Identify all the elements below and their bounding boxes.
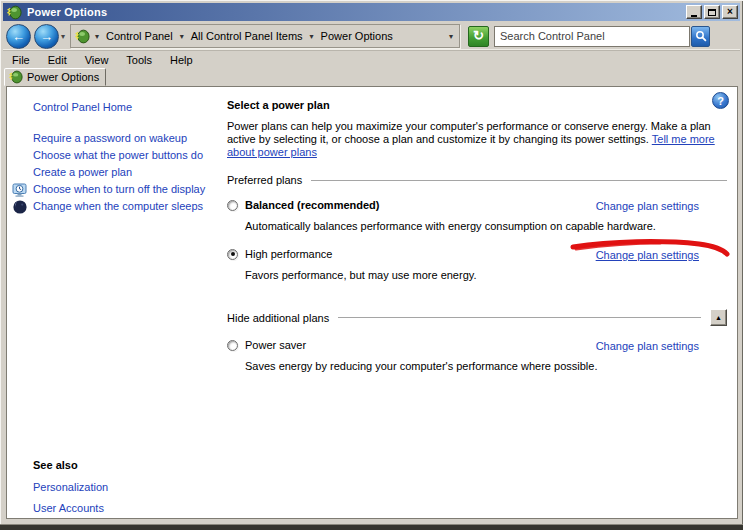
plan-balanced: Balanced (recommended) Change plan setti… (227, 199, 727, 233)
recent-pages-dropdown-icon[interactable]: ▾ (61, 32, 65, 41)
hide-additional-plans-label: Hide additional plans (227, 312, 329, 324)
plan-description: Favors performance, but may use more ene… (227, 269, 727, 282)
preferred-plans-label: Preferred plans (227, 174, 302, 186)
change-plan-settings-high-performance[interactable]: Change plan settings (596, 249, 699, 261)
chevron-down-icon[interactable]: ▾ (308, 32, 316, 41)
sidebar-item-power-buttons[interactable]: Choose what the power buttons do (33, 149, 207, 161)
tab-label: Power Options (27, 71, 99, 83)
breadcrumb-item-all-items[interactable]: All Control Panel Items (189, 29, 305, 43)
up-arrow-icon: ▲ (715, 314, 722, 321)
address-bar: ← → ▾ ▾ Control Panel ▾ All Control Pane… (3, 22, 740, 51)
forward-arrow-icon: → (40, 29, 53, 44)
radio-power-saver[interactable] (227, 340, 238, 351)
sidebar: Control Panel Home Require a password on… (7, 87, 223, 518)
breadcrumb-item-control-panel[interactable]: Control Panel (104, 29, 175, 43)
see-also-personalization[interactable]: Personalization (33, 481, 108, 493)
sidebar-item-computer-sleeps[interactable]: Change when the computer sleeps (33, 200, 207, 212)
sleep-moon-icon (12, 199, 28, 215)
back-button[interactable]: ← (6, 24, 31, 49)
plan-high-performance: High performance Change plan settings Fa… (227, 248, 727, 282)
close-icon: × (727, 7, 733, 17)
chevron-down-icon[interactable]: ▾ (93, 32, 101, 41)
minimize-button[interactable] (686, 5, 702, 19)
sidebar-item-turn-off-display[interactable]: Choose when to turn off the display (33, 183, 207, 195)
hide-additional-plans-header: Hide additional plans ▲ (227, 309, 727, 326)
tab-row: Power Options (3, 68, 740, 86)
sidebar-item-label: Change when the computer sleeps (33, 200, 203, 212)
power-options-window: Power Options × ← → ▾ ▾ Control Panel ▾ … (0, 0, 743, 530)
change-plan-settings-balanced[interactable]: Change plan settings (596, 200, 699, 212)
minimize-icon (691, 15, 697, 17)
power-options-icon (75, 29, 90, 44)
plan-name[interactable]: Power saver (245, 339, 306, 351)
plan-description: Automatically balances performance with … (227, 220, 727, 233)
intro-body: Power plans can help you maximize your c… (227, 120, 711, 145)
menu-view[interactable]: View (76, 53, 118, 68)
radio-balanced[interactable] (227, 200, 238, 211)
radio-high-performance[interactable] (227, 249, 238, 260)
refresh-icon: ↻ (473, 28, 484, 43)
refresh-button[interactable]: ↻ (468, 26, 489, 47)
see-also-heading: See also (33, 459, 108, 471)
main-pane: Select a power plan Power plans can help… (227, 87, 727, 518)
plan-description: Saves energy by reducing your computer's… (227, 360, 727, 373)
divider (311, 180, 727, 181)
plan-name[interactable]: Balanced (recommended) (245, 199, 379, 211)
menu-bar: File Edit View Tools Help (3, 53, 202, 68)
breadcrumb-item-power-options[interactable]: Power Options (319, 29, 395, 43)
power-options-icon (7, 5, 22, 20)
sidebar-item-require-password[interactable]: Require a password on wakeup (33, 132, 207, 144)
search-icon (695, 30, 707, 42)
see-also-section: See also Personalization User Accounts (33, 459, 108, 523)
change-plan-settings-power-saver[interactable]: Change plan settings (596, 340, 699, 352)
see-also-user-accounts[interactable]: User Accounts (33, 502, 108, 514)
menu-file[interactable]: File (3, 53, 39, 68)
plan-power-saver: Power saver Change plan settings Saves e… (227, 339, 727, 373)
sidebar-item-create-power-plan[interactable]: Create a power plan (33, 166, 207, 178)
forward-button[interactable]: → (34, 24, 59, 49)
close-button[interactable]: × (722, 5, 738, 19)
search-box[interactable] (494, 26, 690, 47)
sidebar-item-control-panel-home[interactable]: Control Panel Home (33, 101, 223, 113)
title-bar: Power Options × (3, 3, 740, 21)
menu-edit[interactable]: Edit (39, 53, 76, 68)
back-arrow-icon: ← (12, 29, 25, 44)
address-dropdown-icon[interactable]: ▾ (447, 32, 455, 41)
menu-help[interactable]: Help (161, 53, 202, 68)
breadcrumb[interactable]: ▾ Control Panel ▾ All Control Panel Item… (70, 24, 460, 48)
tab-power-options[interactable]: Power Options (4, 68, 106, 86)
maximize-button[interactable] (704, 5, 720, 19)
divider (338, 317, 701, 318)
display-clock-icon (12, 182, 28, 198)
power-options-icon (9, 70, 23, 84)
preferred-plans-header: Preferred plans (227, 174, 727, 186)
page-title: Select a power plan (227, 99, 727, 111)
window-title: Power Options (27, 6, 107, 18)
frame-bottom-edge (0, 525, 743, 530)
chevron-down-icon[interactable]: ▾ (178, 32, 186, 41)
content-area: ? Control Panel Home Require a password … (6, 86, 738, 519)
maximize-icon (708, 9, 716, 16)
menu-tools[interactable]: Tools (117, 53, 161, 68)
plan-name[interactable]: High performance (245, 248, 332, 260)
search-button[interactable] (691, 26, 710, 47)
sidebar-item-label: Choose when to turn off the display (33, 183, 205, 195)
search-input[interactable] (500, 27, 689, 46)
intro-text: Power plans can help you maximize your c… (227, 120, 733, 159)
collapse-plans-button[interactable]: ▲ (710, 309, 727, 326)
